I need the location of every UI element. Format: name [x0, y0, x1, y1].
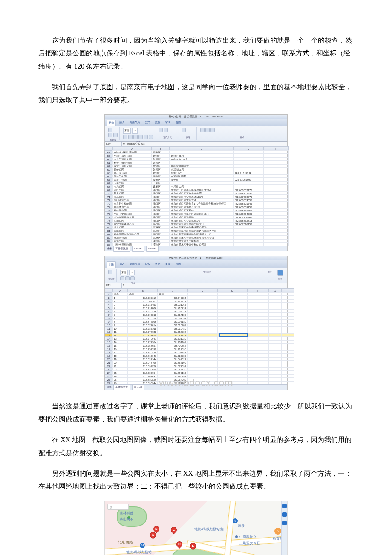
- cell[interactable]: [268, 292, 281, 296]
- cell[interactable]: [268, 320, 281, 323]
- cell[interactable]: [187, 309, 217, 313]
- cell[interactable]: [263, 225, 289, 229]
- cell[interactable]: [281, 292, 294, 296]
- cell[interactable]: 鼓楼区21号: [170, 154, 233, 157]
- cell[interactable]: [233, 164, 263, 168]
- cell[interactable]: 5: [112, 309, 128, 313]
- cell[interactable]: 31.631020: [158, 337, 187, 340]
- cell[interactable]: [187, 299, 217, 303]
- cell[interactable]: 118.786168: [128, 327, 158, 330]
- cell[interactable]: [217, 320, 247, 323]
- building-icon[interactable]: ⌂: [274, 528, 281, 535]
- tab-review[interactable]: 审阅: [164, 120, 172, 126]
- cell[interactable]: (025)58601545: [233, 202, 263, 205]
- cell[interactable]: [233, 243, 263, 246]
- cell[interactable]: [263, 171, 289, 174]
- cell[interactable]: [268, 313, 281, 316]
- merge-button[interactable]: [164, 128, 168, 132]
- chart-icon[interactable]: [277, 270, 283, 276]
- cell[interactable]: [187, 323, 217, 327]
- cell[interactable]: [187, 381, 217, 384]
- cell[interactable]: 118.862046: [128, 354, 158, 357]
- row-number[interactable]: 63: [105, 168, 112, 171]
- row-number[interactable]: 20: [105, 357, 112, 361]
- cell[interactable]: 高淳区: [152, 229, 170, 232]
- row-number[interactable]: 5: [105, 306, 112, 309]
- column-header[interactable]: F: [247, 288, 268, 292]
- cell[interactable]: 康宁国家森林公园: [112, 222, 152, 225]
- cell[interactable]: 卡乐公园: [112, 185, 152, 188]
- cell[interactable]: 32.022788: [158, 381, 187, 384]
- cell[interactable]: 31.997371: [158, 309, 187, 313]
- tab-view[interactable]: 视图: [174, 120, 182, 126]
- row-number[interactable]: 25: [105, 374, 112, 378]
- cell[interactable]: [187, 374, 217, 378]
- fx-icon[interactable]: fx: [122, 142, 126, 146]
- cell[interactable]: (025)58894605: [233, 212, 263, 215]
- row-number[interactable]: 17: [105, 347, 112, 350]
- cell[interactable]: 月牙湖公园: [112, 171, 152, 174]
- cell[interactable]: 31.945497: [158, 374, 187, 378]
- column-header[interactable]: A: [112, 288, 128, 292]
- tab-data-2[interactable]: 数据: [153, 261, 162, 267]
- row-number[interactable]: 14: [105, 337, 112, 340]
- cell[interactable]: 118.778938: [128, 330, 158, 333]
- cell[interactable]: 秦淮区: [152, 178, 170, 181]
- cell[interactable]: [233, 161, 263, 164]
- cell[interactable]: [263, 195, 289, 198]
- cell[interactable]: 6: [112, 313, 128, 316]
- cell[interactable]: [281, 357, 294, 361]
- cell[interactable]: [247, 367, 268, 371]
- cell[interactable]: 118.737419: [128, 333, 158, 337]
- cell[interactable]: [247, 371, 268, 374]
- cell[interactable]: [263, 181, 289, 185]
- cell[interactable]: [268, 344, 281, 347]
- column-header[interactable]: D: [187, 288, 217, 292]
- cell[interactable]: 南京市浦口区浦横花园1区: [170, 205, 233, 208]
- row-number[interactable]: 72: [105, 198, 112, 202]
- cell[interactable]: [233, 185, 263, 188]
- cell[interactable]: 浦口区: [152, 198, 170, 202]
- cell[interactable]: 东水门遗址公园: [112, 157, 152, 161]
- cell[interactable]: 118.720510: [128, 316, 158, 320]
- cell[interactable]: 高淳区: [152, 225, 170, 229]
- cell[interactable]: 118.758037: [128, 344, 158, 347]
- cell[interactable]: [281, 371, 294, 374]
- cell[interactable]: [247, 313, 268, 316]
- cell[interactable]: 下关区: [152, 181, 170, 185]
- metro-icon[interactable]: M: [233, 518, 238, 523]
- cell[interactable]: 车线佳公园: [112, 208, 152, 212]
- cell[interactable]: 浦口公园: [112, 188, 152, 191]
- cell[interactable]: 下关公园: [112, 181, 152, 185]
- sheet-tab-3[interactable]: Sheet3: [146, 246, 159, 251]
- cell[interactable]: 10: [112, 327, 128, 330]
- cell[interactable]: [268, 354, 281, 357]
- row-number[interactable]: 24: [105, 371, 112, 374]
- cell[interactable]: 118.941035: [128, 374, 158, 378]
- cell[interactable]: [263, 157, 289, 161]
- cell[interactable]: [217, 354, 247, 357]
- italic-button[interactable]: [128, 135, 133, 139]
- cell[interactable]: 鼓楼区: [152, 161, 170, 164]
- row-number[interactable]: 26: [105, 378, 112, 381]
- cell[interactable]: [247, 378, 268, 381]
- cell[interactable]: 西安门遗址公园: [112, 164, 152, 168]
- row-number[interactable]: 68: [105, 185, 112, 188]
- sheet-tab-1[interactable]: 工作表数据: [113, 246, 130, 251]
- cut-button[interactable]: [108, 133, 112, 137]
- cell[interactable]: 中山东路明故宫: [170, 164, 233, 168]
- cell[interactable]: 高淳区: [152, 232, 170, 236]
- cell[interactable]: 鼓楼区: [152, 168, 170, 171]
- cell[interactable]: 雨花公园: [112, 195, 152, 198]
- cell[interactable]: 118.948790: [128, 361, 158, 364]
- cell[interactable]: [268, 378, 281, 381]
- cell[interactable]: [247, 292, 268, 296]
- sheet-tab-2b[interactable]: Sheet2: [132, 384, 144, 390]
- cell[interactable]: [268, 374, 281, 378]
- fx-icon-2[interactable]: fx: [122, 283, 126, 288]
- cell[interactable]: 31.896130: [158, 371, 187, 374]
- cell[interactable]: [281, 367, 294, 371]
- cell[interactable]: 南京市浦口区珍珠泉170号珍珠泉景观旅游度假区: [170, 202, 233, 205]
- cell[interactable]: [187, 361, 217, 364]
- row-number[interactable]: 67: [105, 181, 112, 185]
